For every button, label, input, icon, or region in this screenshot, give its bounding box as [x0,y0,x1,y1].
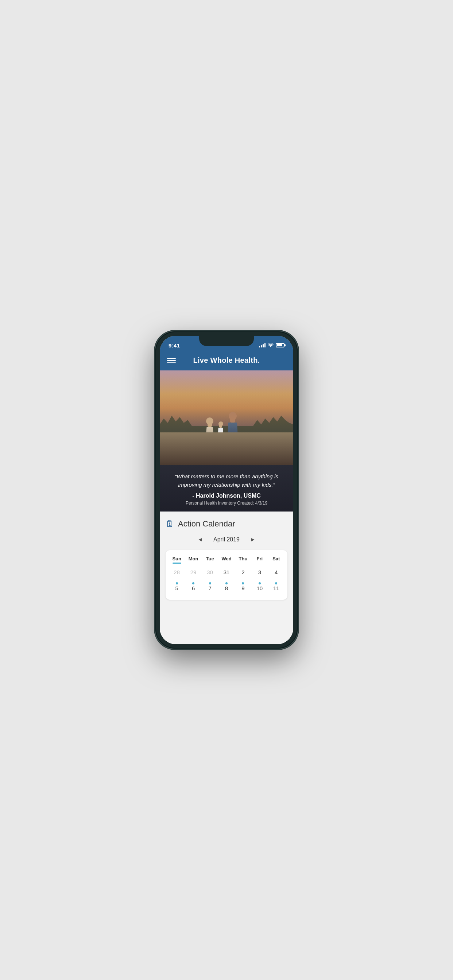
battery-icon [276,343,284,347]
cal-cell-29[interactable]: 29 [185,566,201,578]
calendar-row-1: 28 29 30 31 2 3 4 [169,566,284,578]
calendar-title: Action Calendar [178,519,235,529]
event-dot [242,582,244,584]
hero-section: “What matters to me more than anything i… [160,371,293,512]
day-header-fri: Fri [251,555,268,564]
day-header-sun: Sun [169,555,185,564]
day-header-sat: Sat [268,555,284,564]
calendar-icon: 🗓 [166,519,174,529]
cal-cell-8[interactable]: 8 [218,579,234,594]
wifi-icon [268,343,274,348]
cal-cell-28[interactable]: 28 [169,566,185,578]
cal-cell-6[interactable]: 6 [185,579,201,594]
calendar-row-2: 5 6 7 8 [169,579,284,594]
cal-cell-2[interactable]: 2 [235,566,251,578]
cal-cell-5[interactable]: 5 [169,579,185,594]
day-header-wed: Wed [218,555,234,564]
cal-cell-7[interactable]: 7 [202,579,218,594]
quote-text: “What matters to me more than anything i… [171,473,282,489]
cal-cell-9[interactable]: 9 [235,579,251,594]
calendar-grid: Sun Mon Tue Wed Thu Fri Sat 28 29 30 31 [166,550,287,600]
screen: 9:41 [160,336,293,644]
phone-frame: 9:41 [155,331,298,649]
month-label: April 2019 [214,536,239,543]
quote-author: - Harold Johnson, USMC [171,493,282,499]
day-header-tue: Tue [202,555,218,564]
status-icons [259,343,284,348]
cal-cell-10[interactable]: 10 [251,579,268,594]
app-title: Live Whole Health. [193,356,260,364]
event-dot [192,582,195,584]
month-nav: ◄ April 2019 ► [166,535,287,544]
hero-image [160,371,293,465]
cal-cell-11[interactable]: 11 [268,579,284,594]
app-header: Live Whole Health. [160,352,293,371]
calendar-section: 🗓 Action Calendar ◄ April 2019 ► Sun Mon… [160,512,293,644]
calendar-days-header: Sun Mon Tue Wed Thu Fri Sat [169,555,284,564]
signal-icon [259,343,266,347]
day-header-mon: Mon [185,555,201,564]
event-dot [176,582,178,584]
next-month-button[interactable]: ► [247,535,258,544]
day-header-thu: Thu [235,555,251,564]
quote-section: “What matters to me more than anything i… [160,465,293,512]
cal-cell-4[interactable]: 4 [268,566,284,578]
status-time: 9:41 [169,342,180,348]
cal-cell-3[interactable]: 3 [251,566,268,578]
cal-cell-31[interactable]: 31 [218,566,234,578]
event-dot [275,582,277,584]
cal-cell-30[interactable]: 30 [202,566,218,578]
quote-subtitle: Personal Health Inventory Created: 4/3/1… [171,501,282,506]
hamburger-button[interactable] [167,358,176,363]
prev-month-button[interactable]: ◄ [195,535,206,544]
event-dot [225,582,228,584]
event-dot [209,582,211,584]
notch [199,336,254,346]
event-dot [258,582,261,584]
phone-wrapper: 9:41 [151,327,302,653]
calendar-header: 🗓 Action Calendar [166,519,287,529]
